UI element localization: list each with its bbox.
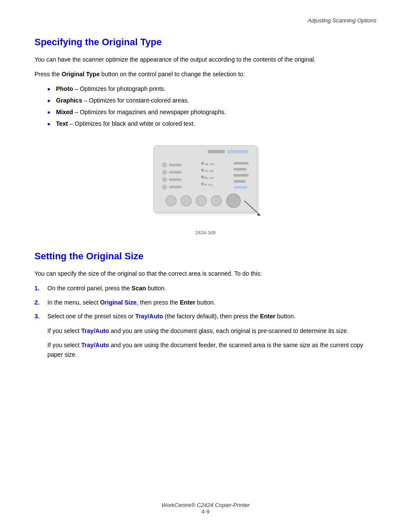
list-item: 2. In the menu, select Original Size, th… (34, 298, 377, 307)
section2-intro: You can specify the size of the original… (34, 269, 377, 278)
svg-rect-20 (234, 168, 246, 171)
page-footer: WorkCentre® C2424 Copier-Printer 4-9 (0, 502, 411, 515)
bullet-label-text: Text (56, 120, 68, 127)
svg-point-26 (196, 196, 206, 206)
list-item: 3. Select one of the preset sizes or Tra… (34, 311, 377, 321)
step3-tray-auto: Tray/Auto (135, 313, 163, 320)
step1-text: On the control panel, press the Scan but… (47, 283, 166, 293)
list-item: 1. On the control panel, press the Scan … (34, 283, 377, 293)
svg-point-28 (227, 194, 240, 208)
svg-rect-22 (234, 180, 246, 183)
step-num-2: 2. (34, 298, 42, 307)
press-text-bold: Original Type (62, 71, 100, 78)
svg-rect-6 (169, 171, 182, 174)
note1-pre: If you select (47, 327, 81, 334)
page-container: Adjusting Scanning Options Specifying th… (0, 0, 411, 532)
step3-text: Select one of the preset sizes or Tray/A… (47, 311, 296, 321)
svg-point-9 (162, 185, 167, 189)
control-panel-figure: AB→B 1 A2→B2 B1→F2 B→B 1 (141, 137, 270, 227)
footer-line1: WorkCentre® C2424 Copier-Printer (0, 502, 411, 508)
svg-rect-2 (227, 150, 249, 153)
note2-pre: If you select (47, 342, 81, 348)
svg-rect-19 (234, 162, 249, 165)
svg-text:B→B 1: B→B 1 (205, 184, 213, 186)
step2-text: In the menu, select Original Size, then … (47, 298, 215, 307)
step2-original-size: Original Size (100, 299, 137, 306)
list-item: Text – Optimizes for black and white or … (47, 119, 377, 128)
step3-enter-bold: Enter (260, 313, 275, 320)
svg-text:AB→B 1: AB→B 1 (205, 163, 215, 165)
header-text: Adjusting Scanning Options (308, 17, 377, 24)
svg-rect-11 (201, 162, 204, 165)
section2-steps: 1. On the control panel, press the Scan … (34, 283, 377, 321)
section1-title: Specifying the Original Type (34, 37, 377, 48)
step1-scan-bold: Scan (131, 285, 146, 292)
bullet-label-photo: Photo (56, 85, 73, 92)
svg-rect-4 (169, 164, 182, 166)
svg-rect-10 (169, 186, 182, 188)
svg-point-25 (181, 196, 191, 206)
bullet-label-mixed: Mixed (56, 109, 73, 115)
press-text-pre: Press the (34, 71, 62, 78)
svg-rect-21 (234, 174, 249, 177)
page-header: Adjusting Scanning Options (34, 17, 377, 24)
note2-tray-auto: Tray/Auto (81, 342, 109, 348)
note1-post: and you are using the document glass, ea… (109, 327, 349, 334)
svg-rect-15 (201, 176, 204, 178)
figure-container: AB→B 1 A2→B2 B1→F2 B→B 1 (34, 137, 377, 227)
step-num-3: 3. (34, 311, 42, 321)
bullet-text-text: – Optimizes for black and white or color… (68, 120, 195, 127)
list-item: Graphics – Optimizes for constant-colore… (47, 96, 377, 105)
svg-point-3 (162, 163, 167, 167)
svg-marker-30 (257, 213, 261, 216)
svg-rect-17 (201, 183, 204, 185)
svg-rect-23 (234, 186, 247, 189)
section-specifying-original-type: Specifying the Original Type You can hav… (34, 37, 377, 235)
svg-point-27 (211, 196, 221, 206)
svg-rect-8 (169, 178, 182, 181)
bullet-text-photo: – Optimizes for photograph prints. (73, 85, 166, 92)
svg-text:B1→F2: B1→F2 (205, 177, 214, 179)
step-num-1: 1. (34, 283, 42, 293)
section1-press-text: Press the Original Type button on the co… (34, 69, 377, 79)
section-setting-original-size: Setting the Original Size You can specif… (34, 251, 377, 360)
list-item: Mixed – Optimizes for magazines and news… (47, 108, 377, 117)
bullet-text-mixed: – Optimizes for magazines and newspaper … (73, 109, 226, 115)
press-text-post: button on the control panel to change th… (100, 71, 245, 78)
section2-note2: If you select Tray/Auto and you are usin… (47, 340, 377, 360)
svg-rect-13 (201, 169, 204, 171)
bullet-label-graphics: Graphics (56, 97, 82, 104)
svg-point-7 (162, 177, 167, 182)
figure-caption: 2424-169 (34, 230, 377, 235)
step2-enter-bold: Enter (180, 299, 195, 306)
section2-note1: If you select Tray/Auto and you are usin… (47, 326, 377, 336)
section2-title: Setting the Original Size (34, 251, 377, 262)
section1-bullet-list: Photo – Optimizes for photograph prints.… (47, 84, 377, 128)
list-item: Photo – Optimizes for photograph prints. (47, 84, 377, 93)
section1-intro: You can have the scanner optimize the ap… (34, 55, 377, 64)
svg-rect-1 (208, 150, 225, 153)
footer-line2: 4-9 (0, 508, 411, 515)
svg-point-5 (162, 170, 167, 174)
svg-text:A2→B2: A2→B2 (205, 170, 214, 172)
svg-point-24 (166, 196, 176, 206)
note1-tray-auto: Tray/Auto (81, 327, 109, 334)
bullet-text-graphics: – Optimizes for constant-colored areas. (82, 97, 189, 104)
